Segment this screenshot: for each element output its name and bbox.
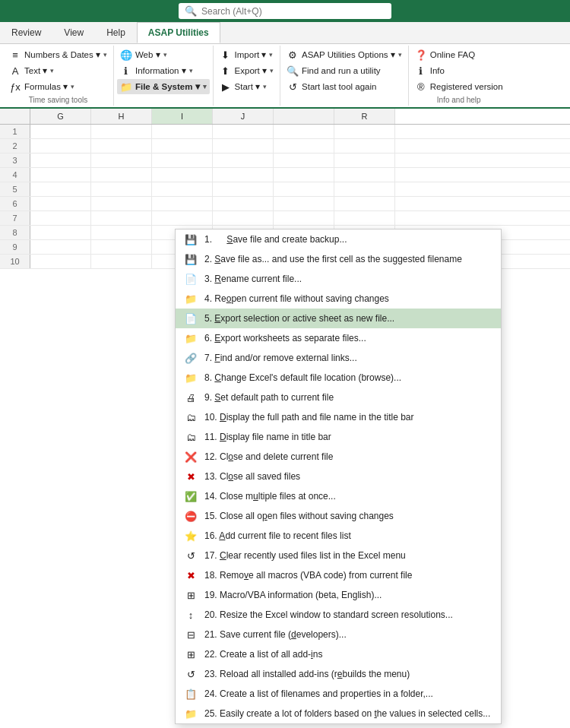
start-last-tool-button[interactable]: ↺ Start last tool again (283, 79, 405, 94)
ribbon-tabs: Review View Help ASAP Utilities (0, 22, 570, 44)
spreadsheet: G H I J R 1 2 3 4 5 6 7 8 9 10 💾 1. Save… (0, 109, 570, 269)
registered-button[interactable]: ® Registered version (412, 79, 506, 94)
web-info-buttons: 🌐 Web ▾ ℹ Information ▾ 📁 File & System … (117, 47, 210, 94)
menu-item-3[interactable]: 📄 3. Rename current file... (176, 269, 501, 289)
menu-item-2[interactable]: 💾 2. Save file as... and use the first c… (176, 249, 501, 269)
default-path-icon: 🖨 (183, 391, 198, 404)
ribbon-group-time-saving: ≡ Numbers & Dates ▾ A Text ▾ ƒx Formulas… (3, 46, 114, 106)
col-header-g: G (30, 109, 91, 124)
menu-item-12[interactable]: ❌ 12. Close and delete current file (176, 447, 501, 467)
import-button[interactable]: ⬇ Import ▾ (217, 47, 277, 62)
list-filenames-icon: 📋 (183, 688, 198, 700)
col-header-j: J (213, 109, 274, 124)
menu-item-14[interactable]: ✅ 14. Close multiple files at once... (176, 486, 501, 506)
info-button[interactable]: ℹ Info (412, 63, 506, 78)
menu-item-23[interactable]: ↺ 23. Reload all installed add-ins (rebu… (176, 664, 501, 684)
clear-recent-icon: ↺ (183, 549, 198, 562)
menu-item-24[interactable]: 📋 24. Create a list of filenames and pro… (176, 684, 501, 704)
menu-item-18[interactable]: ✖ 18. Remove all macros (VBA code) from … (176, 565, 501, 585)
ribbon-group-import: ⬇ Import ▾ ⬆ Export ▾ ▶ Start ▾ (214, 46, 280, 106)
create-folders-icon: 📁 (183, 707, 198, 720)
start-button[interactable]: ▶ Start ▾ (217, 79, 277, 94)
tab-view[interactable]: View (52, 22, 95, 43)
web-button[interactable]: 🌐 Web ▾ (117, 47, 210, 62)
numbers-icon: ≡ (9, 49, 21, 61)
list-addins-icon: ⊞ (183, 648, 198, 660)
start-last-icon: ↺ (287, 81, 299, 93)
reload-addins-icon: ↺ (183, 668, 198, 680)
menu-item-15[interactable]: ⛔ 15. Close all open files without savin… (176, 506, 501, 526)
table-row: 3 (0, 154, 570, 168)
remove-macros-icon: ✖ (183, 569, 198, 581)
export-selection-icon: 📄 (183, 312, 198, 324)
menu-item-4[interactable]: 📁 4. Reopen current file without saving … (176, 289, 501, 309)
ribbon-group-help: ❓ Online FAQ ℹ Info ® Registered version… (409, 46, 509, 106)
menu-item-10[interactable]: 🗂 10. Display the full path and file nam… (176, 407, 501, 427)
help-buttons: ❓ Online FAQ ℹ Info ® Registered version (412, 47, 506, 94)
online-faq-button[interactable]: ❓ Online FAQ (412, 47, 506, 62)
text-button[interactable]: A Text ▾ (6, 63, 110, 78)
resize-window-icon: ↕ (183, 609, 198, 621)
table-row: 5 (0, 182, 570, 197)
menu-item-19[interactable]: ⊞ 19. Macro/VBA information (beta, Engli… (176, 585, 501, 605)
add-recent-icon: ⭐ (183, 530, 198, 542)
col-header-blank (274, 109, 334, 124)
asap-options-button[interactable]: ⚙ ASAP Utilities Options ▾ (283, 47, 405, 62)
menu-item-16[interactable]: ⭐ 16. Add current file to recent files l… (176, 526, 501, 546)
export-icon: ⬆ (220, 65, 232, 77)
ribbon-toolbar: ≡ Numbers & Dates ▾ A Text ▾ ƒx Formulas… (0, 44, 570, 109)
menu-item-1[interactable]: 💾 1. Save file and create backup... (176, 229, 501, 249)
tab-asap-utilities[interactable]: ASAP Utilities (137, 22, 220, 43)
export-worksheets-icon: 📁 (183, 332, 198, 344)
find-run-button[interactable]: 🔍 Find and run a utility (283, 63, 405, 78)
file-system-button[interactable]: 📁 File & System ▾ (117, 79, 210, 94)
formulas-button[interactable]: ƒx Formulas ▾ (6, 79, 110, 94)
menu-item-25[interactable]: 📁 25. Easily create a lot of folders bas… (176, 704, 501, 723)
close-without-saving-icon: ⛔ (183, 510, 198, 522)
menu-item-21[interactable]: ⊟ 21. Save current file (developers)... (176, 625, 501, 644)
menu-item-7[interactable]: 🔗 7. Find and/or remove external links..… (176, 348, 501, 368)
file-system-dropdown: 💾 1. Save file and create backup... 💾 2.… (175, 229, 502, 724)
registered-icon: ® (415, 81, 427, 93)
table-row: 1 (0, 125, 570, 139)
info-icon: ℹ (120, 65, 132, 77)
col-header-r: R (334, 109, 395, 124)
table-row: 7 (0, 211, 570, 226)
external-links-icon: 🔗 (183, 352, 198, 364)
information-button[interactable]: ℹ Information ▾ (117, 63, 210, 78)
find-icon: 🔍 (287, 65, 299, 77)
import-buttons: ⬇ Import ▾ ⬆ Export ▾ ▶ Start ▾ (217, 47, 277, 94)
menu-item-5[interactable]: 📄 5. Export selection or active sheet as… (176, 309, 501, 328)
col-header-i: I (152, 109, 213, 124)
col-header-h: H (91, 109, 152, 124)
start-icon: ▶ (220, 81, 232, 93)
numbers-dates-button[interactable]: ≡ Numbers & Dates ▾ (6, 47, 110, 62)
circle-info-icon: ℹ (415, 65, 427, 77)
menu-item-13[interactable]: ✖ 13. Close all saved files (176, 467, 501, 486)
web-icon: 🌐 (120, 49, 132, 61)
ribbon-group-asap: ⚙ ASAP Utilities Options ▾ 🔍 Find and ru… (280, 46, 409, 106)
reopen-icon: 📁 (183, 293, 198, 305)
asap-buttons: ⚙ ASAP Utilities Options ▾ 🔍 Find and ru… (283, 47, 405, 94)
search-input[interactable] (201, 6, 385, 17)
tab-help[interactable]: Help (95, 22, 137, 43)
menu-item-11[interactable]: 🗂 11. Display file name in title bar (176, 427, 501, 447)
time-saving-buttons: ≡ Numbers & Dates ▾ A Text ▾ ƒx Formulas… (6, 47, 110, 94)
import-icon: ⬇ (220, 49, 232, 61)
menu-item-9[interactable]: 🖨 9. Set default path to current file (176, 388, 501, 407)
menu-item-6[interactable]: 📁 6. Export worksheets as separate files… (176, 328, 501, 348)
menu-item-17[interactable]: ↺ 17. Clear recently used files list in … (176, 546, 501, 565)
menu-item-22[interactable]: ⊞ 22. Create a list of all add-ins (176, 644, 501, 664)
menu-item-20[interactable]: ↕ 20. Resize the Excel window to standar… (176, 605, 501, 625)
table-row: 2 (0, 139, 570, 154)
tab-review[interactable]: Review (0, 22, 52, 43)
search-icon: 🔍 (185, 5, 197, 17)
search-input-wrap[interactable]: 🔍 (179, 3, 391, 19)
save-as-icon: 💾 (183, 253, 198, 265)
menu-item-8[interactable]: 📁 8. Change Excel's default file locatio… (176, 368, 501, 388)
info-help-label: Info and help (437, 96, 481, 104)
close-saved-icon: ✖ (183, 470, 198, 483)
export-button[interactable]: ⬆ Export ▾ (217, 63, 277, 78)
display-filename-icon: 🗂 (183, 431, 198, 443)
faq-icon: ❓ (415, 49, 427, 61)
